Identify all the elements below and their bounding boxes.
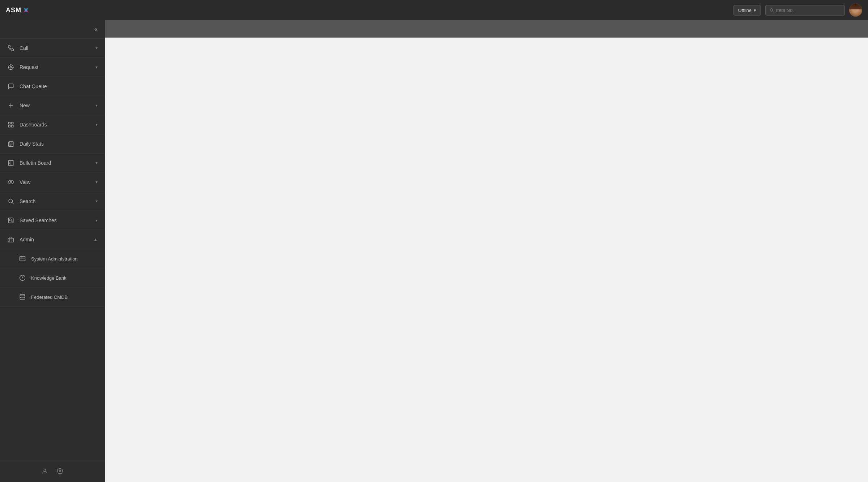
status-chevron: ▾ [754, 8, 756, 13]
logo-text: ASM [6, 7, 21, 14]
sidebar-item-label: New [20, 103, 90, 108]
svg-point-23 [10, 181, 12, 183]
system-admin-icon [19, 255, 26, 262]
sidebar-item-federated-cmdb[interactable]: Federated CMDB [0, 288, 105, 307]
sidebar-item-label: Saved Searches [20, 218, 90, 223]
saved-searches-icon [7, 217, 14, 224]
svg-line-28 [12, 221, 13, 222]
sidebar-item-view[interactable]: View ▾ [0, 173, 105, 192]
svg-line-25 [12, 202, 13, 204]
sidebar-collapse-button[interactable]: « [93, 25, 99, 34]
plus-icon [7, 102, 14, 109]
sidebar-item-bulletin-board[interactable]: Bulletin Board ▾ [0, 154, 105, 173]
sidebar-item-admin[interactable]: Admin ▲ [0, 230, 105, 249]
svg-point-37 [44, 469, 46, 471]
content-toolbar [105, 20, 868, 38]
logo: ASM [6, 7, 29, 14]
main-layout: « Call ▾ Request ▾ Chat Queue New [0, 20, 868, 482]
svg-point-38 [59, 470, 61, 472]
sidebar-item-system-administration[interactable]: System Administration [0, 249, 105, 268]
svg-rect-14 [8, 125, 10, 127]
status-label: Offline [738, 8, 752, 13]
sidebar-item-daily-stats[interactable]: Daily Stats [0, 134, 105, 154]
sidebar-item-label: Chat Queue [20, 83, 98, 89]
svg-point-5 [10, 66, 12, 68]
sidebar-item-label: Daily Stats [20, 141, 98, 147]
content-area [105, 20, 868, 482]
user-profile-icon[interactable] [42, 468, 48, 476]
sidebar-item-label: System Administration [31, 256, 98, 262]
svg-rect-15 [12, 125, 13, 127]
chevron-icon: ▾ [95, 160, 98, 165]
svg-rect-12 [8, 122, 10, 124]
svg-rect-30 [20, 257, 25, 261]
sidebar-footer [0, 462, 105, 482]
sidebar-item-chat-queue[interactable]: Chat Queue [0, 77, 105, 96]
chevron-icon: ▾ [95, 199, 98, 204]
header: ASM Offline ▾ [0, 0, 868, 20]
sidebar-item-saved-searches[interactable]: Saved Searches ▾ [0, 211, 105, 230]
chevron-icon: ▾ [95, 65, 98, 70]
search-icon [769, 8, 774, 13]
phone-icon [7, 44, 14, 52]
chevron-icon: ▾ [95, 218, 98, 223]
sidebar-item-label: Admin [20, 237, 88, 242]
svg-point-27 [9, 219, 12, 221]
sidebar-item-label: Dashboards [20, 122, 90, 128]
sidebar-collapse-row: « [0, 20, 105, 39]
status-dropdown[interactable]: Offline ▾ [733, 5, 761, 16]
federated-cmdb-icon [19, 293, 26, 301]
sidebar-item-label: Knowledge Bank [31, 275, 98, 281]
svg-rect-13 [12, 122, 13, 124]
bulletin-icon [7, 159, 14, 167]
sidebar-item-knowledge-bank[interactable]: Knowledge Bank [0, 268, 105, 288]
svg-line-3 [773, 11, 774, 12]
svg-point-36 [20, 294, 25, 296]
sidebar-item-call[interactable]: Call ▾ [0, 39, 105, 58]
chevron-icon: ▾ [95, 103, 98, 108]
logo-icon [23, 7, 29, 13]
chevron-icon: ▲ [93, 237, 98, 242]
search-input[interactable] [776, 8, 841, 13]
sidebar-item-search[interactable]: Search ▾ [0, 192, 105, 211]
sidebar-item-new[interactable]: New ▾ [0, 96, 105, 115]
search-icon [7, 198, 14, 205]
sidebar-item-label: View [20, 179, 90, 185]
svg-rect-29 [8, 238, 14, 242]
header-right: Offline ▾ [733, 4, 862, 17]
admin-icon [7, 236, 14, 243]
dashboards-icon [7, 121, 14, 128]
view-icon [7, 178, 14, 186]
daily-stats-icon [7, 140, 14, 147]
knowledge-bank-icon [19, 274, 26, 281]
sidebar-item-label: Federated CMDB [31, 294, 98, 300]
global-search[interactable] [765, 5, 845, 16]
sidebar-item-label: Call [20, 45, 90, 51]
settings-icon[interactable] [57, 468, 63, 476]
sidebar-item-dashboards[interactable]: Dashboards ▾ [0, 115, 105, 134]
sidebar-item-request[interactable]: Request ▾ [0, 58, 105, 77]
chevron-icon: ▾ [95, 180, 98, 185]
sidebar-item-label: Request [20, 64, 90, 70]
user-avatar[interactable] [849, 4, 862, 17]
chevron-icon: ▾ [95, 122, 98, 127]
chat-icon [7, 83, 14, 90]
sidebar-nav: Call ▾ Request ▾ Chat Queue New ▾ Dashb [0, 39, 105, 307]
sidebar-item-label: Bulletin Board [20, 160, 90, 166]
sidebar-item-label: Search [20, 198, 90, 204]
chevron-icon: ▾ [95, 46, 98, 51]
sidebar: « Call ▾ Request ▾ Chat Queue New [0, 20, 105, 482]
request-icon [7, 64, 14, 71]
content-main [105, 38, 868, 482]
